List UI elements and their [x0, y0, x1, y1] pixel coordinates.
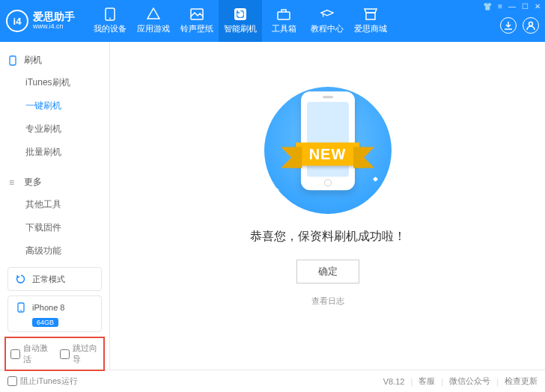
tab-store[interactable]: 爱思商城: [349, 0, 392, 42]
sidebar-section-flash[interactable]: 刷机: [0, 49, 109, 71]
success-message: 恭喜您，保资料刷机成功啦！: [250, 229, 406, 245]
tab-ringtones[interactable]: 铃声壁纸: [175, 0, 219, 42]
footer-link-update[interactable]: 检查更新: [505, 376, 538, 387]
sidebar-item-other-tools[interactable]: 其他工具: [0, 193, 109, 216]
refresh-icon: [14, 272, 28, 286]
skin-icon[interactable]: 👕: [483, 2, 492, 10]
main-content: NEW 恭喜您，保资料刷机成功啦！ 确定 查看日志: [110, 42, 545, 370]
sidebar-item-advanced[interactable]: 高级功能: [0, 239, 109, 263]
tutorial-icon: [320, 7, 334, 21]
brand-url: www.i4.cn: [33, 23, 75, 31]
brand-logo: i4 爱思助手 www.i4.cn: [6, 10, 75, 32]
options-highlight-box: 自动激活 跳过向导: [4, 337, 105, 371]
tab-label: 我的设备: [94, 23, 127, 34]
tab-label: 应用游戏: [137, 23, 170, 34]
sidebar-item-pro-flash[interactable]: 专业刷机: [0, 117, 109, 141]
tab-toolbox[interactable]: 工具箱: [262, 0, 305, 42]
toolbox-icon: [277, 7, 290, 21]
block-itunes-checkbox[interactable]: 阻止iTunes运行: [7, 376, 78, 387]
footer-link-support[interactable]: 客服: [418, 376, 435, 387]
svg-point-1: [109, 18, 111, 19]
tab-label: 智能刷机: [224, 23, 257, 34]
tab-label: 铃声壁纸: [180, 23, 213, 34]
section-title: 更多: [24, 176, 42, 189]
success-illustration: NEW: [246, 72, 410, 214]
apps-icon: [147, 7, 160, 21]
auto-activate-checkbox[interactable]: 自动激活: [10, 343, 49, 365]
logo-icon: i4: [6, 10, 28, 32]
sidebar-item-oneclick-flash[interactable]: 一键刷机: [0, 94, 109, 117]
mode-indicator[interactable]: 正常模式: [7, 267, 102, 291]
svg-rect-3: [278, 12, 290, 19]
tab-tutorials[interactable]: 教程中心: [305, 0, 349, 42]
wallpaper-icon: [190, 7, 204, 21]
download-button[interactable]: [500, 17, 517, 34]
svg-rect-6: [10, 56, 16, 65]
skip-guide-checkbox[interactable]: 跳过向导: [60, 343, 99, 365]
section-title: 刷机: [24, 54, 42, 67]
device-icon: [14, 301, 28, 314]
svg-point-8: [20, 310, 22, 311]
sidebar-section-more[interactable]: ≡ 更多: [0, 171, 109, 193]
tab-flash[interactable]: 智能刷机: [219, 0, 262, 42]
phone-icon: [9, 55, 19, 66]
ok-button[interactable]: 确定: [296, 260, 359, 284]
mode-label: 正常模式: [32, 274, 65, 285]
tab-apps[interactable]: 应用游戏: [132, 0, 175, 42]
store-icon: [364, 7, 377, 21]
top-tabs: 我的设备 应用游戏 铃声壁纸 智能刷机 工具箱 教程中心 爱思商城: [88, 0, 392, 42]
view-log-link[interactable]: 查看日志: [311, 295, 344, 307]
footer-link-wechat[interactable]: 微信公众号: [449, 376, 490, 387]
version-label: V8.12: [383, 377, 405, 386]
tab-label: 工具箱: [272, 23, 296, 34]
new-ribbon: NEW: [296, 143, 360, 166]
sidebar-item-download-firmware[interactable]: 下载固件: [0, 216, 109, 239]
tab-label: 教程中心: [311, 23, 344, 34]
more-icon: ≡: [9, 177, 19, 188]
svg-point-5: [529, 22, 533, 26]
brand-name: 爱思助手: [33, 11, 75, 22]
app-header: i4 爱思助手 www.i4.cn 我的设备 应用游戏 铃声壁纸 智能刷机 工具…: [0, 0, 545, 42]
device-indicator[interactable]: iPhone 8 64GB: [7, 295, 102, 332]
sidebar-item-batch-flash[interactable]: 批量刷机: [0, 141, 109, 164]
sidebar-item-itunes-flash[interactable]: iTunes刷机: [0, 71, 109, 94]
device-name: iPhone 8: [32, 303, 64, 312]
storage-badge: 64GB: [32, 318, 58, 327]
svg-rect-4: [366, 13, 375, 19]
tab-my-device[interactable]: 我的设备: [88, 0, 132, 42]
tab-label: 爱思商城: [354, 23, 387, 34]
sidebar: 刷机 iTunes刷机 一键刷机 专业刷机 批量刷机 ≡ 更多 其他工具 下载固…: [0, 42, 110, 370]
user-button[interactable]: [523, 17, 539, 34]
device-icon: [103, 7, 117, 21]
flash-icon: [234, 7, 247, 21]
